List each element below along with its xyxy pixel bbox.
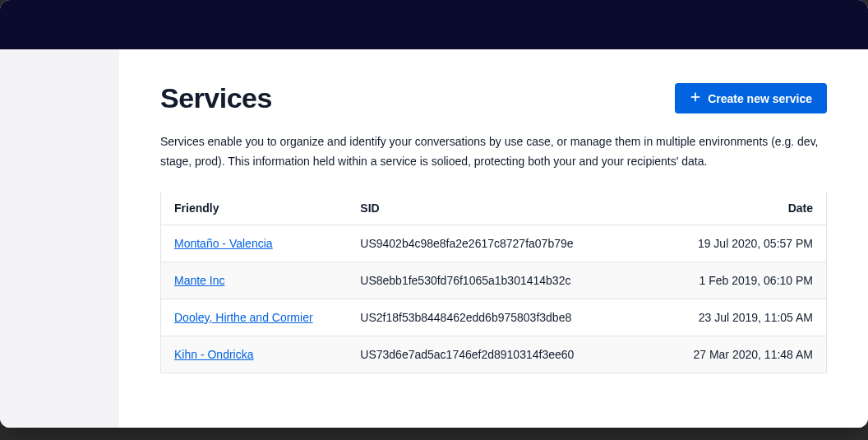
date-cell: 27 Mar 2020, 11:48 AM [640,336,827,373]
top-navbar [0,0,868,49]
date-cell: 23 Jul 2019, 11:05 AM [640,299,827,336]
sid-cell: US9402b4c98e8fa2e2617c8727fa07b79e [347,225,639,262]
date-cell: 1 Feb 2019, 06:10 PM [640,262,827,299]
services-table: Friendly SID Date Montaño - Valencia US9… [160,192,827,373]
sid-cell: US2f18f53b8448462edd6b975803f3dbe8 [347,299,639,336]
page-title: Services [160,82,272,114]
service-link[interactable]: Montaño - Valencia [174,237,273,250]
body-area: Services Create new service Services ena… [0,49,868,428]
sid-cell: US73d6e7ad5ac1746ef2d8910314f3ee60 [347,336,639,373]
sid-cell: US8ebb1fe530fd76f1065a1b301414b32c [347,262,639,299]
page-header: Services Create new service [160,82,827,114]
create-button-label: Create new service [708,92,812,105]
sidebar [0,49,119,428]
create-service-button[interactable]: Create new service [675,83,827,113]
header-date: Date [640,192,827,225]
service-link[interactable]: Kihn - Ondricka [174,348,253,361]
table-row: Dooley, Hirthe and Cormier US2f18f53b844… [161,299,827,336]
date-cell: 19 Jul 2020, 05:57 PM [640,225,827,262]
main-content: Services Create new service Services ena… [119,49,868,428]
page-description: Services enable you to organize and iden… [160,132,827,172]
service-link[interactable]: Mante Inc [174,274,224,287]
table-header-row: Friendly SID Date [161,192,827,225]
header-friendly: Friendly [161,192,348,225]
plus-icon [690,91,701,105]
header-sid: SID [347,192,639,225]
service-link[interactable]: Dooley, Hirthe and Cormier [174,311,313,324]
table-row: Montaño - Valencia US9402b4c98e8fa2e2617… [161,225,827,262]
table-row: Mante Inc US8ebb1fe530fd76f1065a1b301414… [161,262,827,299]
table-row: Kihn - Ondricka US73d6e7ad5ac1746ef2d891… [161,336,827,373]
app-window: Services Create new service Services ena… [0,0,868,428]
